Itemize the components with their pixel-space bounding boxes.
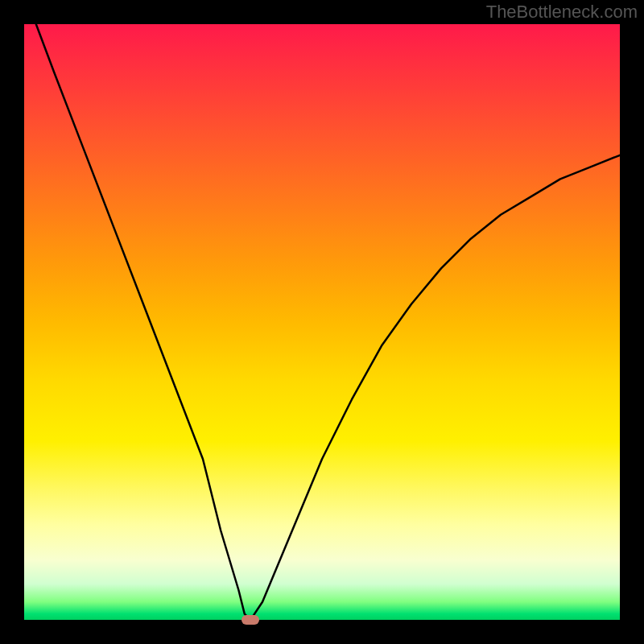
watermark-text: TheBottleneck.com	[486, 2, 638, 23]
chart-svg	[24, 24, 620, 620]
bottleneck-curve	[36, 24, 620, 620]
optimal-point-marker	[242, 615, 259, 625]
